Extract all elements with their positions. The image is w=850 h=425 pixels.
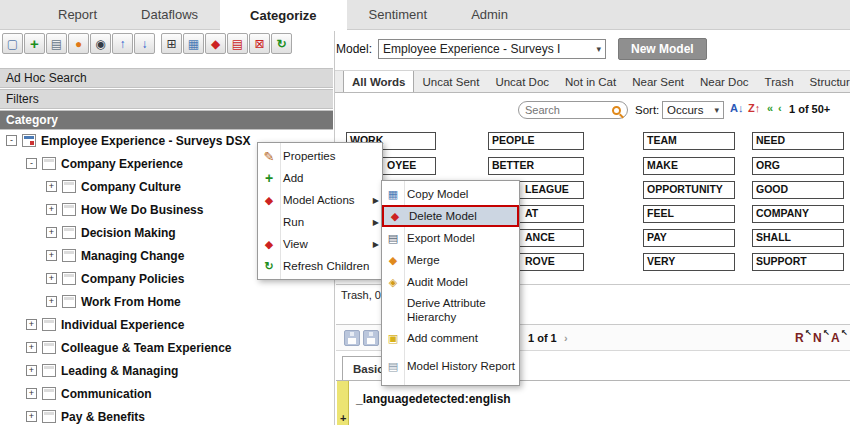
refresh-icon[interactable] xyxy=(271,33,292,54)
tree-expander-icon[interactable]: + xyxy=(26,411,37,422)
tab-trash[interactable]: Trash xyxy=(757,76,802,88)
export-page-icon[interactable] xyxy=(46,33,67,54)
search-icon[interactable] xyxy=(612,106,621,115)
word-cell[interactable]: COMPANY xyxy=(752,205,844,223)
tab-admin[interactable]: Admin xyxy=(449,0,530,29)
word-cell[interactable]: SUPPORT xyxy=(752,253,844,271)
tab-uncat-doc[interactable]: Uncat Doc xyxy=(487,76,557,88)
record-next-icon[interactable]: › xyxy=(564,332,568,344)
save-as-icon[interactable] xyxy=(363,330,379,346)
tree-expander-icon[interactable]: + xyxy=(46,296,57,307)
tree-item[interactable]: + Pay & Benefits xyxy=(0,405,333,425)
new-model-button[interactable]: New Model xyxy=(618,38,707,60)
tab-all-words[interactable]: All Words xyxy=(343,70,414,93)
word-cell[interactable]: ORG xyxy=(752,157,844,175)
tree-expander-icon[interactable]: + xyxy=(26,365,37,376)
search-orb-icon[interactable] xyxy=(68,33,89,54)
new-window-icon[interactable] xyxy=(2,33,23,54)
search-input[interactable] xyxy=(525,104,603,116)
model-bar: Model: Employee Experience - Surveys I ▾… xyxy=(336,37,707,61)
menu-item-add[interactable]: Add xyxy=(258,167,382,189)
tab-near-doc[interactable]: Near Doc xyxy=(692,76,757,88)
menu-item-add-comment[interactable]: Add comment xyxy=(382,327,519,349)
menu-item-refresh-children[interactable]: Refresh Children xyxy=(258,255,382,277)
editor-text-line: _languagedetected:english xyxy=(356,392,511,406)
tab-structure[interactable]: Structure xyxy=(802,76,850,88)
section-ad-hoc-search[interactable]: Ad Hoc Search xyxy=(0,68,333,88)
tab-not-in-cat[interactable]: Not in Cat xyxy=(557,76,624,88)
gutter-add-icon[interactable]: + xyxy=(340,412,346,424)
move-up-icon[interactable] xyxy=(112,33,133,54)
n-sort-icon[interactable]: N xyxy=(813,331,822,345)
sort-select[interactable]: Occurs ▾ xyxy=(662,101,724,119)
word-cell[interactable]: MAKE xyxy=(643,157,735,175)
tree-expander-icon[interactable]: + xyxy=(46,250,57,261)
tree-expander-icon[interactable]: + xyxy=(46,204,57,215)
menu-item-run[interactable]: Run xyxy=(258,211,382,233)
properties-icon xyxy=(258,149,280,164)
menu-item-properties[interactable]: Properties xyxy=(258,145,382,167)
model-select[interactable]: Employee Experience - Surveys I ▾ xyxy=(378,39,606,59)
menu-item-merge[interactable]: Merge xyxy=(382,249,519,271)
word-cell[interactable]: OPPORTUNITY xyxy=(643,181,735,199)
word-cell[interactable]: PAY xyxy=(643,229,735,247)
word-cell[interactable]: GOOD xyxy=(752,181,844,199)
word-cell[interactable]: TEAM xyxy=(643,132,735,150)
sort-ascending-icon[interactable] xyxy=(730,102,743,114)
tree-expander-icon[interactable]: - xyxy=(26,158,37,169)
save-icon[interactable] xyxy=(344,330,360,346)
add-icon[interactable] xyxy=(24,33,45,54)
model-gem-icon[interactable] xyxy=(205,33,226,54)
grid-icon[interactable] xyxy=(183,33,204,54)
tree-expander-icon[interactable]: + xyxy=(46,227,57,238)
word-cell[interactable]: BETTER xyxy=(488,157,584,175)
tree-item[interactable]: + Colleague & Team Experience xyxy=(0,336,333,359)
menu-item-audit-model[interactable]: Audit Model xyxy=(382,271,519,293)
menu-item-copy-model[interactable]: Copy Model xyxy=(382,183,519,205)
r-sort-icon[interactable]: R xyxy=(795,331,804,345)
tree-expander-icon[interactable]: + xyxy=(46,181,57,192)
section-filters[interactable]: Filters xyxy=(0,89,333,109)
tree-item[interactable]: + Individual Experience xyxy=(0,313,333,336)
pager-prev-icon[interactable] xyxy=(778,102,782,114)
hierarchy-icon[interactable] xyxy=(161,33,182,54)
tab-uncat-sent[interactable]: Uncat Sent xyxy=(414,76,487,88)
tree-item[interactable]: + Work From Home xyxy=(0,290,333,313)
tab-near-sent[interactable]: Near Sent xyxy=(624,76,692,88)
menu-item-derive-attribute-hierarchy[interactable]: Derive Attribute Hierarchy xyxy=(382,293,519,327)
section-category[interactable]: Category xyxy=(0,110,333,130)
move-down-icon[interactable] xyxy=(134,33,155,54)
menu-item-delete-model[interactable]: Delete Model xyxy=(382,205,519,227)
tab-dataflows[interactable]: Dataflows xyxy=(119,0,220,29)
menu-item-view[interactable]: View xyxy=(258,233,382,255)
tab-sentiment[interactable]: Sentiment xyxy=(347,0,450,29)
menu-item-model-history-report[interactable]: Model History Report xyxy=(382,349,519,383)
menu-item-model-actions[interactable]: Model Actions xyxy=(258,189,382,211)
pager-first-icon[interactable] xyxy=(767,102,773,114)
tree-expander-icon[interactable]: + xyxy=(46,273,57,284)
word-cell[interactable]: PEOPLE xyxy=(488,132,584,150)
export-model-icon xyxy=(382,232,404,245)
delete-box-icon[interactable] xyxy=(249,33,270,54)
tree-item[interactable]: + Leading & Managing xyxy=(0,359,333,382)
tab-report[interactable]: Report xyxy=(36,0,119,29)
context-menu: Properties Add Model Actions Run View Re… xyxy=(257,142,383,280)
tree-expander-icon[interactable]: - xyxy=(6,135,17,146)
tree-expander-icon[interactable]: + xyxy=(26,342,37,353)
menu-item-export-model[interactable]: Export Model xyxy=(382,227,519,249)
tree-item-label: How We Do Business xyxy=(81,203,203,217)
word-cell[interactable]: NEED xyxy=(752,132,844,150)
tab-categorize[interactable]: Categorize xyxy=(220,0,346,30)
view-icon xyxy=(258,238,280,251)
eye-icon[interactable] xyxy=(90,33,111,54)
sort-descending-icon[interactable] xyxy=(748,102,760,114)
report-doc-icon[interactable] xyxy=(227,33,248,54)
tree-expander-icon[interactable]: + xyxy=(26,319,37,330)
word-cell[interactable]: VERY xyxy=(643,253,735,271)
tree-item[interactable]: + Communication xyxy=(0,382,333,405)
word-cell[interactable]: FEEL xyxy=(643,205,735,223)
a-sort-icon[interactable]: A xyxy=(831,331,840,345)
search-box[interactable] xyxy=(518,101,628,119)
tree-expander-icon[interactable]: + xyxy=(26,388,37,399)
word-cell[interactable]: SHALL xyxy=(752,229,844,247)
